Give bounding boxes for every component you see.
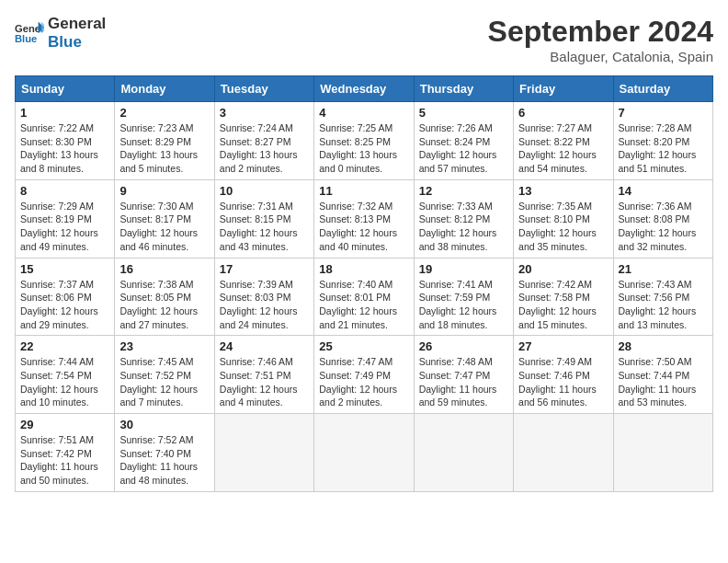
day-detail: Sunrise: 7:41 AMSunset: 7:59 PMDaylight:… [419,279,497,330]
calendar-cell: 17 Sunrise: 7:39 AMSunset: 8:03 PMDaylig… [214,258,313,336]
calendar-cell [214,414,313,492]
calendar-cell: 9 Sunrise: 7:30 AMSunset: 8:17 PMDayligh… [115,179,214,258]
calendar-cell: 6 Sunrise: 7:27 AMSunset: 8:22 PMDayligh… [514,102,613,180]
logo-icon: General Blue [15,20,44,46]
logo-blue: Blue [48,33,106,52]
day-header-tuesday: Tuesday [214,76,313,102]
day-number: 11 [319,184,408,198]
day-detail: Sunrise: 7:31 AMSunset: 8:15 PMDaylight:… [220,201,298,252]
day-detail: Sunrise: 7:39 AMSunset: 8:03 PMDaylight:… [220,279,298,330]
calendar-week-1: 1 Sunrise: 7:22 AMSunset: 8:30 PMDayligh… [16,102,713,180]
day-detail: Sunrise: 7:36 AMSunset: 8:08 PMDaylight:… [619,201,697,252]
calendar-cell: 27 Sunrise: 7:49 AMSunset: 7:46 PMDaylig… [514,336,613,414]
page-header: General Blue General Blue September 2024… [15,15,713,64]
calendar-week-2: 8 Sunrise: 7:29 AMSunset: 8:19 PMDayligh… [16,179,713,258]
day-header-friday: Friday [514,76,613,102]
calendar-cell: 18 Sunrise: 7:40 AMSunset: 8:01 PMDaylig… [314,258,414,336]
calendar-header-row: SundayMondayTuesdayWednesdayThursdayFrid… [16,76,713,102]
day-detail: Sunrise: 7:52 AMSunset: 7:40 PMDaylight:… [119,434,198,486]
calendar-cell: 4 Sunrise: 7:25 AMSunset: 8:25 PMDayligh… [314,102,414,180]
calendar-cell: 20 Sunrise: 7:42 AMSunset: 7:58 PMDaylig… [514,258,613,336]
day-number: 29 [20,418,109,431]
day-detail: Sunrise: 7:32 AMSunset: 8:13 PMDaylight:… [319,201,397,252]
day-detail: Sunrise: 7:49 AMSunset: 7:46 PMDaylight:… [518,356,597,408]
day-detail: Sunrise: 7:46 AMSunset: 7:51 PMDaylight:… [220,356,298,408]
calendar-cell [314,414,414,492]
calendar-cell: 2 Sunrise: 7:23 AMSunset: 8:29 PMDayligh… [115,102,214,180]
day-number: 5 [419,106,508,120]
day-detail: Sunrise: 7:44 AMSunset: 7:54 PMDaylight:… [20,356,98,408]
calendar-cell: 15 Sunrise: 7:37 AMSunset: 8:06 PMDaylig… [16,258,115,336]
month-year-title: September 2024 [488,15,713,49]
calendar-cell: 5 Sunrise: 7:26 AMSunset: 8:24 PMDayligh… [414,102,513,180]
day-number: 15 [20,262,109,276]
day-number: 22 [20,339,109,353]
day-header-sunday: Sunday [16,76,115,102]
calendar-cell: 24 Sunrise: 7:46 AMSunset: 7:51 PMDaylig… [214,336,313,414]
calendar-cell [414,414,513,492]
calendar-cell [613,414,712,492]
day-header-saturday: Saturday [613,76,712,102]
calendar-week-5: 29 Sunrise: 7:51 AMSunset: 7:42 PMDaylig… [16,414,713,492]
day-number: 28 [619,339,708,353]
title-block: September 2024 Balaguer, Catalonia, Spai… [488,15,713,64]
calendar-cell: 14 Sunrise: 7:36 AMSunset: 8:08 PMDaylig… [613,179,712,258]
day-number: 20 [518,262,608,276]
day-detail: Sunrise: 7:50 AMSunset: 7:44 PMDaylight:… [619,356,697,408]
calendar-cell: 21 Sunrise: 7:43 AMSunset: 7:56 PMDaylig… [613,258,712,336]
calendar-week-4: 22 Sunrise: 7:44 AMSunset: 7:54 PMDaylig… [16,336,713,414]
calendar-cell: 30 Sunrise: 7:52 AMSunset: 7:40 PMDaylig… [115,414,214,492]
day-header-monday: Monday [115,76,214,102]
calendar-cell: 13 Sunrise: 7:35 AMSunset: 8:10 PMDaylig… [514,179,613,258]
day-number: 12 [419,184,508,198]
day-detail: Sunrise: 7:35 AMSunset: 8:10 PMDaylight:… [518,201,597,252]
calendar-table: SundayMondayTuesdayWednesdayThursdayFrid… [15,75,713,492]
calendar-cell: 22 Sunrise: 7:44 AMSunset: 7:54 PMDaylig… [16,336,115,414]
day-detail: Sunrise: 7:45 AMSunset: 7:52 PMDaylight:… [119,356,198,408]
calendar-cell: 16 Sunrise: 7:38 AMSunset: 8:05 PMDaylig… [115,258,214,336]
day-detail: Sunrise: 7:33 AMSunset: 8:12 PMDaylight:… [419,201,497,252]
calendar-cell: 25 Sunrise: 7:47 AMSunset: 7:49 PMDaylig… [314,336,414,414]
day-number: 7 [619,106,708,120]
day-detail: Sunrise: 7:22 AMSunset: 8:30 PMDaylight:… [20,122,98,174]
calendar-cell: 12 Sunrise: 7:33 AMSunset: 8:12 PMDaylig… [414,179,513,258]
calendar-cell: 3 Sunrise: 7:24 AMSunset: 8:27 PMDayligh… [214,102,313,180]
day-detail: Sunrise: 7:27 AMSunset: 8:22 PMDaylight:… [518,122,597,174]
day-number: 9 [119,184,209,198]
calendar-week-3: 15 Sunrise: 7:37 AMSunset: 8:06 PMDaylig… [16,258,713,336]
day-header-wednesday: Wednesday [314,76,414,102]
day-number: 19 [419,262,508,276]
logo-general: General [48,15,106,33]
day-detail: Sunrise: 7:48 AMSunset: 7:47 PMDaylight:… [419,356,497,408]
day-number: 2 [119,106,209,120]
day-number: 10 [220,184,309,198]
day-detail: Sunrise: 7:25 AMSunset: 8:25 PMDaylight:… [319,122,397,174]
day-detail: Sunrise: 7:47 AMSunset: 7:49 PMDaylight:… [319,356,397,408]
location-subtitle: Balaguer, Catalonia, Spain [488,49,713,64]
day-number: 16 [119,262,209,276]
day-detail: Sunrise: 7:51 AMSunset: 7:42 PMDaylight:… [20,434,98,486]
calendar-cell: 7 Sunrise: 7:28 AMSunset: 8:20 PMDayligh… [613,102,712,180]
day-detail: Sunrise: 7:37 AMSunset: 8:06 PMDaylight:… [20,279,98,330]
day-number: 18 [319,262,408,276]
day-number: 8 [20,184,109,198]
day-detail: Sunrise: 7:28 AMSunset: 8:20 PMDaylight:… [619,122,697,174]
day-number: 21 [619,262,708,276]
calendar-cell: 19 Sunrise: 7:41 AMSunset: 7:59 PMDaylig… [414,258,513,336]
day-header-thursday: Thursday [414,76,513,102]
day-number: 23 [119,339,209,353]
day-detail: Sunrise: 7:26 AMSunset: 8:24 PMDaylight:… [419,122,497,174]
calendar-cell: 28 Sunrise: 7:50 AMSunset: 7:44 PMDaylig… [613,336,712,414]
calendar-cell: 23 Sunrise: 7:45 AMSunset: 7:52 PMDaylig… [115,336,214,414]
day-number: 30 [119,418,209,431]
calendar-cell: 26 Sunrise: 7:48 AMSunset: 7:47 PMDaylig… [414,336,513,414]
day-number: 27 [518,339,608,353]
calendar-cell: 8 Sunrise: 7:29 AMSunset: 8:19 PMDayligh… [16,179,115,258]
calendar-cell: 1 Sunrise: 7:22 AMSunset: 8:30 PMDayligh… [16,102,115,180]
day-detail: Sunrise: 7:29 AMSunset: 8:19 PMDaylight:… [20,201,98,252]
day-number: 6 [518,106,608,120]
calendar-cell: 29 Sunrise: 7:51 AMSunset: 7:42 PMDaylig… [16,414,115,492]
day-number: 13 [518,184,608,198]
svg-text:Blue: Blue [15,33,37,44]
day-number: 3 [220,106,309,120]
